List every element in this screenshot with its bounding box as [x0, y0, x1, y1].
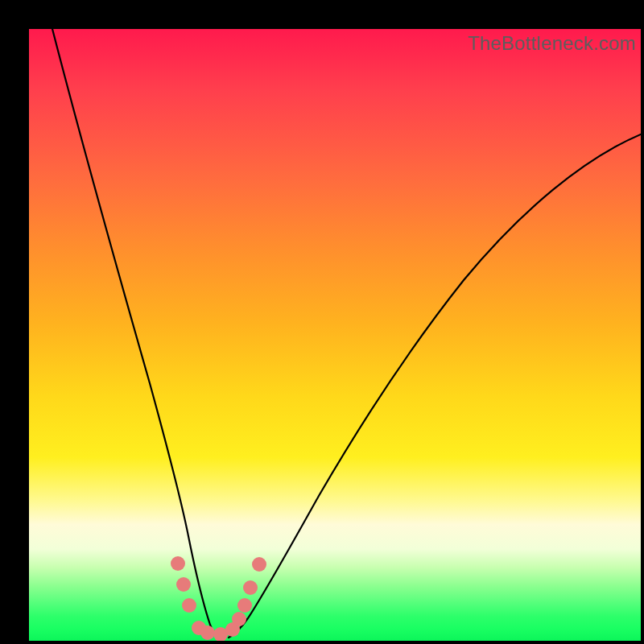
- marker-dot: [200, 625, 215, 640]
- curve-left: [52, 29, 217, 638]
- marker-dot: [176, 577, 191, 592]
- marker-dot: [171, 556, 185, 571]
- chart-frame: TheBottleneck.com: [0, 0, 644, 644]
- marker-dot: [182, 598, 196, 613]
- plot-area: TheBottleneck.com: [29, 29, 641, 641]
- marker-dot: [243, 580, 258, 595]
- curve-right: [229, 134, 641, 638]
- curves-svg: [29, 29, 641, 641]
- marker-dot: [237, 598, 252, 613]
- marker-dot: [232, 612, 246, 626]
- marker-dot: [252, 557, 266, 572]
